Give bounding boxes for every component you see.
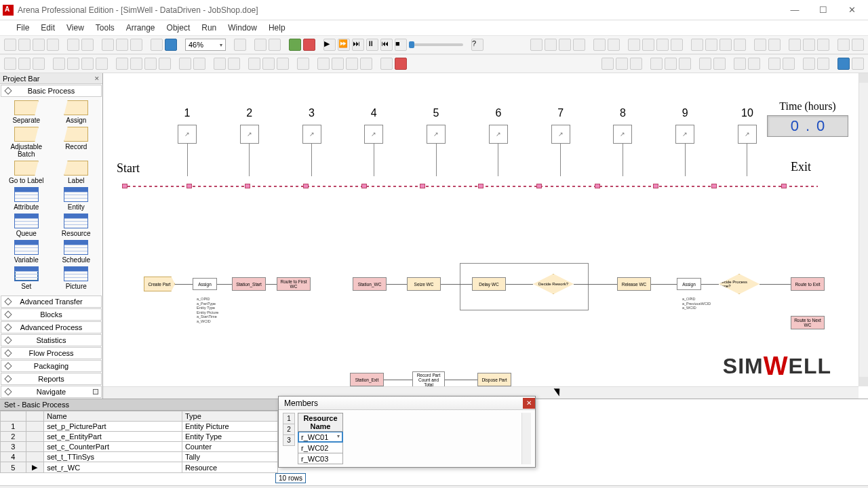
menu-run[interactable]: Run bbox=[196, 22, 222, 34]
menu-window[interactable]: Window bbox=[222, 22, 262, 34]
members-window[interactable]: Members ✕ 123 Resource Name r_WC01▾r_WC0… bbox=[278, 396, 536, 468]
dash3-icon[interactable] bbox=[656, 39, 669, 51]
module-assign[interactable]: Assign bbox=[52, 100, 102, 124]
clock-icon[interactable] bbox=[262, 58, 275, 70]
anim3-icon[interactable] bbox=[346, 58, 358, 70]
chart5-icon[interactable] bbox=[754, 39, 766, 51]
flip-h-icon[interactable] bbox=[734, 58, 746, 70]
var-icon[interactable] bbox=[297, 58, 309, 70]
open-icon[interactable] bbox=[18, 39, 31, 51]
category-statistics[interactable]: Statistics bbox=[1, 334, 102, 346]
front-icon[interactable] bbox=[768, 58, 781, 70]
members-close-button[interactable]: ✕ bbox=[523, 398, 535, 409]
date-icon[interactable] bbox=[277, 58, 289, 70]
project-bar-close-icon[interactable]: ✕ bbox=[94, 75, 100, 82]
align-t-icon[interactable] bbox=[650, 58, 663, 70]
group5-icon[interactable] bbox=[852, 39, 864, 51]
station-6[interactable]: 6 bbox=[489, 107, 508, 176]
module-resource[interactable]: Resource bbox=[52, 214, 102, 237]
ungroup-icon[interactable] bbox=[817, 58, 829, 70]
node-station-wc[interactable]: Station_WC bbox=[353, 277, 387, 291]
node-decide-done[interactable]: Decide Process Done? bbox=[719, 274, 760, 294]
category-blocks[interactable]: Blocks bbox=[1, 308, 102, 321]
chart4-icon[interactable] bbox=[734, 39, 746, 51]
menu-view[interactable]: View bbox=[61, 22, 90, 34]
menu-file[interactable]: File bbox=[11, 22, 35, 34]
module-queue[interactable]: Queue bbox=[1, 214, 52, 237]
step-icon[interactable]: ⏩ bbox=[338, 39, 350, 51]
align-r-icon[interactable] bbox=[630, 58, 642, 70]
anim2-icon[interactable] bbox=[332, 58, 344, 70]
plot-icon[interactable] bbox=[608, 39, 620, 51]
group2-icon[interactable] bbox=[803, 39, 815, 51]
menu-object[interactable]: Object bbox=[161, 22, 196, 34]
dist-h-icon[interactable] bbox=[699, 58, 711, 70]
station-icon[interactable] bbox=[214, 58, 226, 70]
connect-icon[interactable] bbox=[234, 39, 246, 51]
station-2[interactable]: 2 bbox=[240, 107, 259, 176]
module-attribute[interactable]: Attribute bbox=[1, 187, 52, 211]
node-delay-wc[interactable]: Delay WC bbox=[472, 277, 506, 291]
stop-icon[interactable]: ■ bbox=[395, 39, 407, 51]
chart6-icon[interactable] bbox=[768, 39, 781, 51]
node-route-first[interactable]: Route to First WC bbox=[277, 277, 311, 291]
ellipse-icon[interactable] bbox=[81, 58, 94, 70]
group-icon[interactable] bbox=[803, 58, 815, 70]
category-advanced-transfer[interactable]: Advanced Transfer bbox=[1, 296, 102, 308]
play-icon[interactable]: ▶ bbox=[323, 39, 336, 51]
pause-icon[interactable]: ⏸ bbox=[366, 39, 378, 51]
node-assign-1[interactable]: Assign bbox=[193, 278, 217, 290]
minimize-button[interactable]: — bbox=[781, 3, 808, 18]
save-icon[interactable] bbox=[33, 39, 45, 51]
close-button[interactable]: ✕ bbox=[838, 3, 865, 18]
align-c-icon[interactable] bbox=[616, 58, 628, 70]
grid2-icon[interactable] bbox=[545, 39, 557, 51]
linewidth-icon[interactable] bbox=[179, 58, 191, 70]
station-1[interactable]: 1 bbox=[178, 107, 197, 176]
back-icon[interactable] bbox=[783, 58, 795, 70]
station-10[interactable]: 10 bbox=[738, 107, 757, 176]
group3-icon[interactable] bbox=[817, 39, 829, 51]
fill-icon[interactable] bbox=[130, 58, 142, 70]
level-icon[interactable] bbox=[248, 58, 260, 70]
transporter-icon[interactable] bbox=[395, 58, 407, 70]
new-icon[interactable] bbox=[4, 39, 16, 51]
members-row[interactable]: r_WC02 bbox=[298, 443, 343, 453]
node-seize-wc[interactable]: Seize WC bbox=[407, 277, 441, 291]
category-reports[interactable]: Reports bbox=[1, 373, 102, 385]
flip-v-icon[interactable] bbox=[748, 58, 760, 70]
align-l-icon[interactable] bbox=[601, 58, 614, 70]
table-row[interactable]: 2set_e_EntityPartEntity Type bbox=[1, 432, 278, 442]
module-schedule[interactable]: Schedule bbox=[52, 240, 102, 264]
station-5[interactable]: 5 bbox=[427, 107, 446, 176]
category-advanced-process[interactable]: Advanced Process bbox=[1, 321, 102, 333]
route-icon[interactable] bbox=[228, 58, 240, 70]
node-release-wc[interactable]: Release WC bbox=[617, 277, 651, 291]
table-row[interactable]: 1set_p_PicturePartEntity Picture bbox=[1, 422, 278, 432]
text-icon[interactable] bbox=[96, 58, 108, 70]
node-record-part[interactable]: Record Part Count and Total bbox=[412, 371, 445, 388]
station-8[interactable]: 8 bbox=[613, 107, 632, 176]
module-label[interactable]: Label bbox=[52, 161, 102, 184]
layers-icon[interactable] bbox=[165, 39, 177, 51]
hist-icon[interactable] bbox=[593, 39, 606, 51]
table-row[interactable]: 5▶set_r_WCResource bbox=[1, 462, 278, 473]
module-entity[interactable]: Entity bbox=[52, 187, 102, 211]
arc-icon[interactable] bbox=[18, 58, 31, 70]
module-variable[interactable]: Variable bbox=[1, 240, 52, 264]
module-record[interactable]: Record bbox=[52, 127, 102, 158]
group4-icon[interactable] bbox=[837, 39, 850, 51]
module-adjustable-batch[interactable]: Adjustable Batch bbox=[1, 127, 52, 158]
preview-icon[interactable] bbox=[81, 39, 94, 51]
linestyle-icon[interactable] bbox=[193, 58, 205, 70]
node-assign-2[interactable]: Assign bbox=[677, 278, 701, 290]
category-packaging[interactable]: Packaging bbox=[1, 360, 102, 372]
chart2-icon[interactable] bbox=[705, 39, 717, 51]
help-pointer-icon[interactable]: ? bbox=[471, 39, 484, 51]
submodel-icon[interactable] bbox=[254, 39, 267, 51]
node-create-part[interactable]: Create Part bbox=[144, 277, 175, 291]
module-picture[interactable]: Picture bbox=[52, 266, 102, 290]
save-all-icon[interactable] bbox=[47, 39, 59, 51]
grid3-icon[interactable] bbox=[559, 39, 571, 51]
brush-icon[interactable] bbox=[116, 58, 128, 70]
